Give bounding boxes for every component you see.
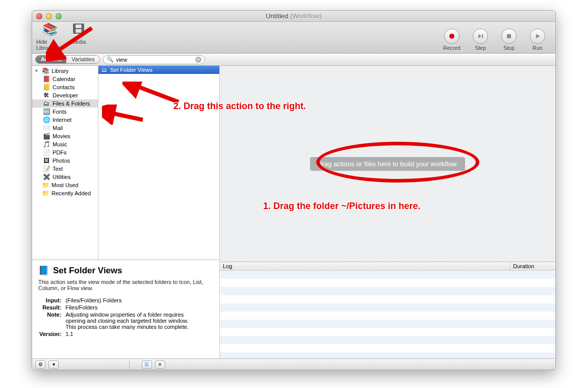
sidebar-item-label: Movies [53, 133, 70, 139]
disclosure-triangle-icon[interactable]: ▼ [34, 68, 39, 73]
search-input[interactable] [116, 57, 193, 63]
sidebar-item-label: Utilities [53, 174, 70, 180]
smart-folder-icon: 📁 [41, 182, 49, 189]
toggle-info-button[interactable]: ▾ [48, 360, 59, 369]
action-result-item[interactable]: 🗂Set Folder Views [98, 66, 219, 74]
record-button[interactable]: Record [438, 29, 466, 51]
category-icon: 📕 [42, 75, 50, 83]
info-title: 📘 Set Folder Views [38, 265, 213, 276]
window-title: Untitled (Workflow) [32, 12, 555, 20]
toolbar: 📚 Hide Library 🎞 Media Record Step [32, 22, 555, 54]
sidebar-item-label: Developer [53, 92, 78, 98]
smart-folder-icon: 📁 [41, 190, 49, 197]
sidebar-item[interactable]: 📝Text [32, 165, 98, 173]
sidebar-item[interactable]: ✖️Utilities [32, 173, 98, 181]
svg-rect-3 [507, 34, 511, 38]
log-view-detail-button[interactable]: ≡ [155, 360, 165, 369]
svg-marker-4 [536, 34, 540, 38]
library-mode-segment: Actions Variables [35, 55, 100, 64]
media-icon: 🎞 [70, 21, 87, 38]
sidebar-item-label: Music [53, 141, 67, 147]
category-icon: 🎬 [42, 133, 50, 140]
workflow-panel: Drag actions or files here to build your… [220, 66, 555, 358]
sidebar-item-label: Files & Folders [53, 100, 90, 107]
stop-button[interactable]: Stop [495, 29, 523, 51]
app-window: Untitled (Workflow) 📚 Hide Library 🎞 Med… [32, 10, 556, 370]
sidebar-smart-item[interactable]: 📁Recently Added [32, 189, 98, 197]
category-icon: 🔤 [42, 108, 50, 115]
list-icon: ☰ [144, 361, 149, 367]
detail-icon: ≡ [159, 361, 162, 367]
sidebar-item[interactable]: 🔤Fonts [32, 108, 98, 116]
sidebar-item[interactable]: 📄PDFs [32, 148, 98, 157]
sidebar-item-label: Mail [53, 125, 63, 131]
sidebar-item[interactable]: 🎬Movies [32, 132, 98, 140]
info-version-value: 1.1 [65, 331, 193, 337]
workflow-drop-area[interactable]: Drag actions or files here to build your… [220, 66, 555, 262]
run-button[interactable]: Run [524, 29, 551, 51]
info-note-label: Note: [39, 312, 64, 330]
sidebar-item[interactable]: 🌐Internet [32, 116, 98, 124]
action-info-panel: 📘 Set Folder Views This action sets the … [32, 260, 220, 358]
category-icon: 🎵 [42, 141, 50, 148]
category-icon: 🛠 [42, 92, 50, 99]
tab-actions[interactable]: Actions [36, 56, 66, 63]
duration-column-header[interactable]: Duration [509, 262, 555, 270]
sidebar-item[interactable]: 🖼Photos [32, 157, 98, 165]
library-icon: 📚 [42, 21, 58, 38]
sidebar-item[interactable]: ✉️Mail [32, 124, 98, 132]
record-icon [444, 29, 459, 44]
log-view-list-button[interactable]: ☰ [142, 360, 152, 369]
sidebar-item[interactable]: 🛠Developer [32, 91, 98, 99]
info-input-label: Input: [39, 297, 64, 303]
sidebar-smart-item[interactable]: 📁Most Used [32, 181, 98, 189]
log-column-header[interactable]: Log [220, 262, 509, 270]
search-field[interactable]: 🔍 ✕ [103, 55, 205, 64]
info-description: This action sets the view mode of the se… [38, 279, 213, 291]
info-version-label: Version: [39, 331, 64, 337]
titlebar: Untitled (Workflow) [32, 11, 555, 22]
gear-icon: ⚙ [38, 361, 43, 367]
sidebar-item-label: Most Used [52, 182, 79, 188]
tool-label: Media [71, 39, 86, 45]
sidebar-item[interactable]: 🗂Files & Folders [32, 99, 98, 108]
drop-placeholder: Drag actions or files here to build your… [310, 157, 465, 171]
category-icon: 🖼 [42, 157, 50, 164]
library-root-icon: 📚 [41, 67, 49, 74]
clear-search-button[interactable]: ✕ [195, 57, 201, 63]
sidebar-item-label: Fonts [53, 109, 67, 115]
sidebar-item[interactable]: 🎵Music [32, 140, 98, 148]
tab-variables[interactable]: Variables [66, 56, 99, 63]
tool-label: Run [532, 45, 542, 51]
log-panel: Log Duration [220, 262, 555, 358]
filter-bar: Actions Variables 🔍 ✕ [32, 54, 555, 66]
finder-icon: 📘 [38, 265, 49, 276]
info-note-value: Adjusting window properties of a folder … [65, 312, 193, 330]
library-root-label: Library [52, 68, 69, 74]
media-button[interactable]: 🎞 Media [65, 21, 92, 51]
sidebar-item-label: Recently Added [52, 190, 91, 196]
info-input-value: (Files/Folders) Folders [65, 297, 193, 303]
search-icon: 🔍 [107, 56, 114, 63]
svg-point-0 [449, 34, 454, 39]
sidebar-item[interactable]: 📒Contacts [32, 83, 98, 91]
category-icon: 📝 [42, 165, 50, 172]
sidebar-item-label: Calendar [53, 76, 75, 82]
category-icon: 🗂 [42, 100, 50, 107]
tool-label: Hide Library [36, 39, 64, 51]
step-button[interactable]: Step [467, 29, 494, 51]
action-label: Set Folder Views [110, 67, 152, 73]
library-root[interactable]: ▼ 📚 Library [32, 67, 98, 75]
svg-marker-1 [478, 34, 481, 38]
action-icon: 🗂 [101, 67, 107, 73]
sidebar-item[interactable]: 📕Calendar [32, 75, 98, 83]
panel-icon: ▾ [53, 361, 55, 367]
stop-icon [501, 29, 517, 44]
tool-label: Record [443, 45, 461, 51]
info-result-value: Files/Folders [65, 304, 193, 311]
tool-label: Step [475, 45, 486, 51]
gear-menu-button[interactable]: ⚙ [35, 360, 45, 369]
category-icon: 📒 [42, 84, 50, 91]
category-icon: 🌐 [42, 116, 50, 123]
hide-library-button[interactable]: 📚 Hide Library [36, 21, 64, 51]
